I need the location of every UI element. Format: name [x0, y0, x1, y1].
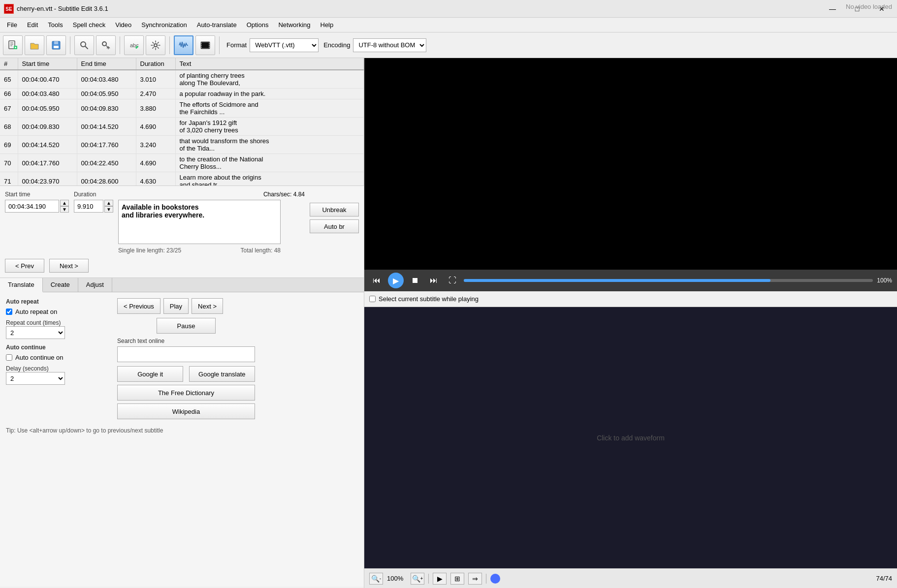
play-button[interactable]: Play: [163, 298, 189, 314]
merge-button[interactable]: ⇒: [468, 573, 482, 585]
repeat-count-select[interactable]: 1 2 3 4 5: [6, 326, 65, 339]
open-button[interactable]: [25, 35, 44, 55]
subtitle-select-checkbox[interactable]: [369, 296, 376, 302]
cell-num: 66: [0, 89, 18, 99]
table-row[interactable]: 65 00:04:00.470 00:04:03.480 3.010 of pl…: [0, 70, 364, 89]
duration-down[interactable]: ▼: [104, 206, 113, 213]
auto-repeat-checkbox[interactable]: [6, 309, 12, 315]
svg-point-18: [154, 44, 157, 47]
bottom-panel: Translate Create Adjust Auto repeat Auto…: [0, 278, 364, 588]
cell-dur: 3.240: [136, 136, 175, 154]
prev-button[interactable]: < Prev: [5, 259, 44, 273]
waveform-button[interactable]: [174, 35, 193, 55]
skip-forward-button[interactable]: ⏭: [426, 273, 441, 288]
video-cut-button[interactable]: [195, 35, 215, 55]
fullscreen-button[interactable]: ⛶: [445, 273, 460, 288]
cell-dur: 4.690: [136, 118, 175, 136]
menu-options[interactable]: Options: [242, 19, 274, 31]
menu-file[interactable]: File: [2, 19, 22, 31]
table-row[interactable]: 66 00:04:03.480 00:04:05.950 2.470 a pop…: [0, 89, 364, 99]
auto-continue-checkbox[interactable]: [6, 354, 12, 361]
google-translate-button[interactable]: Google translate: [189, 366, 255, 382]
play-pause-button[interactable]: ▶: [388, 273, 404, 288]
stop-button[interactable]: ⏹: [408, 273, 422, 288]
tab-adjust[interactable]: Adjust: [78, 278, 112, 292]
main-area: # Start time End time Duration Text 65 0…: [0, 58, 897, 588]
tab-translate[interactable]: Translate: [0, 278, 43, 292]
tab-bar: Translate Create Adjust: [0, 278, 364, 292]
menu-sync[interactable]: Synchronization: [136, 19, 192, 31]
table-row[interactable]: 69 00:04:14.520 00:04:17.760 3.240 that …: [0, 136, 364, 154]
subtitle-select-label: Select current subtitle while playing: [379, 295, 479, 303]
auto-br-button[interactable]: Auto br: [310, 219, 359, 233]
table-row[interactable]: 71 00:04:23.970 00:04:28.600 4.630 Learn…: [0, 172, 364, 186]
encoding-select[interactable]: UTF-8 without BOM: [353, 38, 426, 52]
minimize-button[interactable]: —: [821, 1, 844, 17]
menu-autotrans[interactable]: Auto-translate: [192, 19, 242, 31]
subtitle-table: # Start time End time Duration Text 65 0…: [0, 58, 364, 186]
delay-select[interactable]: 1 2 3 5: [6, 372, 65, 385]
format-select[interactable]: WebVTT (.vtt): [250, 38, 319, 52]
menu-tools[interactable]: Tools: [43, 19, 67, 31]
tab-create[interactable]: Create: [43, 278, 78, 292]
start-time-up[interactable]: ▲: [60, 200, 69, 206]
unbreak-button[interactable]: Unbreak: [310, 203, 359, 217]
video-bottom-area: Select current subtitle while playing No…: [364, 291, 897, 588]
free-dictionary-button[interactable]: The Free Dictionary: [117, 385, 255, 401]
search-online-input[interactable]: [117, 346, 255, 362]
start-time-group: Start time ▲ ▼: [5, 191, 69, 213]
waveform-marker[interactable]: [490, 574, 500, 584]
svg-rect-11: [54, 46, 59, 48]
find-replace-button[interactable]: [96, 35, 116, 55]
cell-start: 00:04:05.950: [18, 99, 77, 118]
next-btn[interactable]: Next >: [192, 298, 223, 314]
zoom-in-button[interactable]: 🔍+: [411, 573, 424, 585]
menu-edit[interactable]: Edit: [22, 19, 43, 31]
cell-dur: 4.630: [136, 172, 175, 186]
duration-group: Duration ▲ ▼: [74, 191, 113, 213]
menu-video[interactable]: Video: [110, 19, 136, 31]
next-button[interactable]: Next >: [49, 259, 89, 273]
google-it-button[interactable]: Google it: [117, 366, 183, 382]
svg-point-14: [102, 42, 106, 46]
separator-1: [70, 36, 70, 54]
auto-continue-on-row: Auto continue on: [6, 354, 109, 361]
split-button[interactable]: ⊞: [450, 573, 464, 585]
wikipedia-button[interactable]: Wikipedia: [117, 403, 255, 419]
start-time-down[interactable]: ▼: [60, 206, 69, 213]
menu-help[interactable]: Help: [316, 19, 339, 31]
waveform-area[interactable]: Click to add waveform: [364, 307, 897, 568]
skip-back-button[interactable]: ⏮: [369, 273, 384, 288]
start-time-input[interactable]: [5, 200, 59, 213]
video-controls: ⏮ ▶ ⏹ ⏭ ⛶ 100%: [364, 270, 897, 291]
subtitle-table-container[interactable]: # Start time End time Duration Text 65 0…: [0, 58, 364, 186]
duration-up[interactable]: ▲: [104, 200, 113, 206]
cell-num: 68: [0, 118, 18, 136]
menu-spell[interactable]: Spell check: [68, 19, 110, 31]
video-display-area: [364, 58, 897, 270]
pause-button[interactable]: Pause: [157, 318, 216, 334]
table-row[interactable]: 67 00:04:05.950 00:04:09.830 3.880 The e…: [0, 99, 364, 118]
table-row[interactable]: 68 00:04:09.830 00:04:14.520 4.690 for J…: [0, 118, 364, 136]
cell-num: 69: [0, 136, 18, 154]
subtitle-text-editor[interactable]: [118, 200, 281, 244]
translate-tab-content: Auto repeat Auto repeat on Repeat count …: [0, 292, 364, 587]
save-button[interactable]: [46, 35, 66, 55]
new-button[interactable]: [3, 35, 23, 55]
pause-btn-row: Pause: [117, 318, 255, 334]
find-button[interactable]: [74, 35, 94, 55]
cell-end: 00:04:22.450: [77, 154, 136, 172]
bc-separator-1: [428, 574, 429, 584]
auto-continue-section-title: Auto continue: [6, 344, 109, 351]
auto-repeat-section-title: Auto repeat: [6, 298, 109, 305]
progress-bar[interactable]: [464, 279, 873, 282]
previous-button[interactable]: < Previous: [117, 298, 160, 314]
settings-button[interactable]: [146, 35, 165, 55]
play-waveform-button[interactable]: ▶: [433, 573, 447, 585]
cell-end: 00:04:17.760: [77, 136, 136, 154]
menu-networking[interactable]: Networking: [273, 19, 315, 31]
zoom-out-button[interactable]: 🔍-: [369, 573, 383, 585]
table-row[interactable]: 70 00:04:17.760 00:04:22.450 4.690 to th…: [0, 154, 364, 172]
duration-input[interactable]: [74, 200, 103, 213]
spellcheck-button[interactable]: abc: [124, 35, 144, 55]
